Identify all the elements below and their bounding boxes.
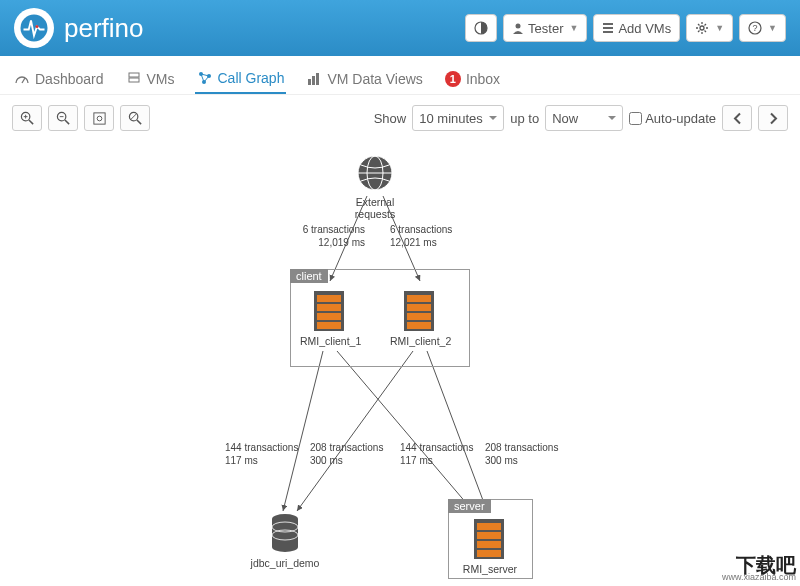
svg-rect-54	[317, 304, 341, 311]
globe-icon	[355, 153, 395, 193]
upto-select[interactable]: Now	[545, 105, 623, 131]
theme-toggle-button[interactable]	[465, 14, 497, 42]
server-node[interactable]	[470, 517, 508, 564]
inbox-badge: 1	[445, 71, 461, 87]
edge-c1-jdbc: 144 transactions117 ms	[225, 441, 298, 467]
svg-rect-58	[407, 295, 431, 302]
app-header: perfino Tester▼ Add VMs ▼ ?▼	[0, 0, 800, 56]
add-vms-label: Add VMs	[618, 21, 671, 36]
svg-rect-29	[316, 73, 319, 85]
svg-point-3	[516, 24, 521, 29]
svg-line-41	[130, 113, 136, 119]
server-icon	[126, 71, 142, 87]
call-graph-canvas[interactable]: External requests 6 transactions12,019 m…	[0, 141, 800, 581]
client2-node[interactable]	[400, 289, 438, 336]
svg-rect-37	[93, 112, 104, 123]
toolbar: Show 10 minutes up to Now Auto-update	[0, 95, 800, 141]
zoom-in-button[interactable]	[12, 105, 42, 131]
prev-button[interactable]	[722, 105, 752, 131]
edge-c2-server: 208 transactions300 ms	[485, 441, 558, 467]
svg-line-35	[64, 119, 68, 123]
zoom-out-icon	[56, 111, 71, 126]
client1-node[interactable]	[310, 289, 348, 336]
gauge-icon	[14, 71, 30, 87]
tab-inbox[interactable]: 1Inbox	[443, 65, 502, 93]
tab-vm-data-views[interactable]: VM Data Views	[304, 65, 424, 93]
server-icon	[470, 517, 508, 561]
svg-rect-6	[603, 31, 613, 33]
svg-rect-69	[477, 550, 501, 557]
external-requests-label: External requests	[335, 196, 415, 220]
svg-rect-28	[312, 76, 315, 85]
tab-dashboard[interactable]: Dashboard	[12, 65, 106, 93]
fit-button[interactable]	[84, 105, 114, 131]
svg-line-31	[28, 119, 32, 123]
tab-vms[interactable]: VMs	[124, 65, 177, 93]
settings-button[interactable]: ▼	[686, 14, 733, 42]
chart-icon	[306, 71, 322, 87]
zoom-out-button[interactable]	[48, 105, 78, 131]
server-label: RMI_server	[460, 563, 520, 575]
svg-rect-19	[129, 73, 139, 77]
edge-c1-server: 208 transactions300 ms	[310, 441, 383, 467]
svg-line-40	[136, 119, 140, 123]
svg-line-12	[698, 24, 700, 26]
tab-call-graph[interactable]: Call Graph	[195, 64, 287, 94]
help-icon: ?	[748, 21, 762, 35]
server-group-label: server	[448, 499, 491, 513]
svg-line-14	[698, 31, 700, 33]
fit-icon	[92, 111, 107, 126]
svg-rect-60	[407, 313, 431, 320]
zoom-reset-button[interactable]	[120, 105, 150, 131]
user-label: Tester	[528, 21, 563, 36]
next-button[interactable]	[758, 105, 788, 131]
svg-rect-67	[477, 532, 501, 539]
server-icon	[310, 289, 348, 333]
logo	[14, 8, 54, 48]
external-requests-node[interactable]	[355, 153, 395, 196]
edge-root-client2: 6 transactions12,021 ms	[390, 223, 452, 249]
edge-c2-jdbc: 144 transactions117 ms	[400, 441, 473, 467]
jdbc-node[interactable]	[268, 513, 302, 558]
brand-name: perfino	[64, 13, 144, 44]
svg-rect-53	[317, 295, 341, 302]
svg-rect-56	[317, 322, 341, 329]
list-icon	[602, 22, 614, 34]
svg-line-18	[22, 78, 25, 83]
svg-rect-4	[603, 23, 613, 25]
client1-label: RMI_client_1	[300, 335, 360, 347]
svg-line-44	[283, 351, 323, 511]
contrast-icon	[474, 21, 488, 35]
user-icon	[512, 22, 524, 34]
user-menu-button[interactable]: Tester▼	[503, 14, 587, 42]
chevron-left-icon	[730, 111, 745, 126]
auto-update-checkbox[interactable]: Auto-update	[629, 111, 716, 126]
svg-point-7	[700, 26, 704, 30]
svg-line-26	[204, 76, 209, 82]
zoom-reset-icon	[128, 111, 143, 126]
svg-point-38	[97, 116, 102, 121]
add-vms-button[interactable]: Add VMs	[593, 14, 680, 42]
svg-rect-55	[317, 313, 341, 320]
svg-rect-61	[407, 322, 431, 329]
svg-point-1	[36, 25, 39, 28]
upto-label: up to	[510, 111, 539, 126]
zoom-in-icon	[20, 111, 35, 126]
svg-line-13	[705, 31, 707, 33]
svg-text:?: ?	[753, 23, 758, 33]
edge-root-client1: 6 transactions12,019 ms	[295, 223, 365, 249]
show-label: Show	[374, 111, 407, 126]
svg-rect-20	[129, 78, 139, 82]
svg-rect-66	[477, 523, 501, 530]
gear-icon	[695, 21, 709, 35]
duration-select[interactable]: 10 minutes	[412, 105, 504, 131]
svg-line-47	[427, 351, 487, 511]
client2-label: RMI_client_2	[390, 335, 450, 347]
svg-line-15	[705, 24, 707, 26]
graph-icon	[197, 70, 213, 86]
client-group-label: client	[290, 269, 328, 283]
help-button[interactable]: ?▼	[739, 14, 786, 42]
svg-line-45	[337, 351, 473, 511]
svg-rect-59	[407, 304, 431, 311]
database-icon	[268, 513, 302, 555]
